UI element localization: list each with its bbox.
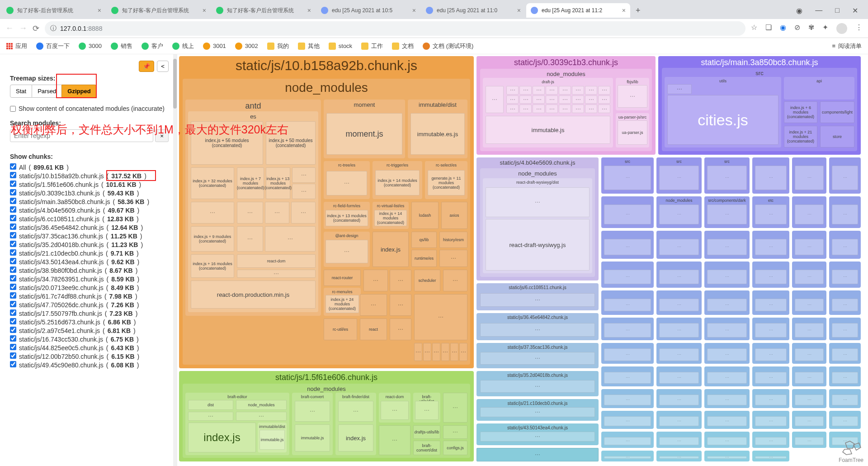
chunk-row[interactable]: static/js/47.705026dc.chunk.js (7.26 KB) [10,300,169,309]
treemap-cell[interactable]: ⋯ [792,432,826,448]
menu-icon[interactable]: ⋮ [855,23,863,34]
shield-icon[interactable]: ◉ [780,23,786,34]
treemap-cell[interactable]: ⋯ [752,290,789,315]
sidebar-scrollbar[interactable] [173,54,177,466]
treemap-cell[interactable]: ⋯ [656,432,702,448]
chunk-checkbox[interactable] [10,215,16,221]
tab-close-icon[interactable]: × [98,7,101,14]
treemap-cell[interactable]: ⋯ [601,290,654,315]
treemap-cell[interactable]: ⋯ [792,411,826,429]
chunk-checkbox[interactable] [10,266,16,273]
chunk-row[interactable]: static/js/1.5f61e606.chunk.js (101.61 KB… [10,180,169,189]
chunk-checkbox[interactable] [10,352,16,359]
treemap-cell[interactable]: ⋯ [704,262,750,288]
treemap-cell[interactable]: ⋯ [792,366,826,386]
back-button[interactable]: ← [5,24,14,33]
treemap-cell[interactable]: src⋯ [704,157,750,194]
chunk-row[interactable]: static/js/21.c10decb0.chunk.js (9.71 KB) [10,249,169,257]
treemap-cell[interactable]: ⋯ [601,411,654,429]
treemap-cell[interactable]: ⋯ [752,343,789,364]
treemap-cell[interactable]: ⋯ [792,290,826,315]
treemap-cell[interactable]: ⋯ [829,343,861,364]
treemap-cell[interactable]: ⋯ [704,389,750,408]
treemap-cell[interactable]: ⋯ [656,366,702,386]
chunk-checkbox[interactable] [10,361,16,367]
treemap-cell[interactable]: ⋯ [656,343,702,364]
treemap-cell[interactable]: ⋯ [601,318,654,340]
bookmark-item[interactable]: 其他 [298,42,320,50]
bookmark-item[interactable]: 3001 [203,43,226,50]
chunk-checkbox[interactable] [10,163,16,170]
tab-close-icon[interactable]: × [517,7,521,14]
treemap-cell[interactable]: ⋯ [601,389,654,408]
close-window-icon[interactable]: ✕ [852,6,858,15]
size-gzipped-button[interactable]: Gzipped [61,85,96,98]
treemap-cell[interactable]: ⋯ [704,451,750,461]
tab-close-icon[interactable]: × [412,7,416,14]
treemap-cell[interactable]: ⋯ [792,389,826,408]
apps-button[interactable]: 应用 [6,42,27,50]
star-icon[interactable]: ☆ [751,23,757,34]
treemap-cell[interactable]: ⋯ [704,343,750,364]
chunk-checkbox[interactable] [10,309,16,316]
chunk-checkbox[interactable] [10,344,16,350]
chunk-checkbox[interactable] [10,198,16,204]
address-bar[interactable]: ⓘ 127.0.0.1:8888 [45,21,745,36]
chunk-checkbox[interactable] [10,232,16,238]
chunk-checkbox[interactable] [10,249,16,256]
chunk-checkbox[interactable] [10,258,16,264]
treemap-cell[interactable]: ⋯ [601,343,654,364]
chunk-checkbox[interactable] [10,301,16,307]
treemap-cell[interactable]: ⋯ [752,157,789,194]
chunk-row[interactable]: static/js/4.b04e5609.chunk.js (49.67 KB) [10,206,169,214]
chunk-checkbox[interactable] [10,292,16,299]
treemap-cell[interactable]: ⋯ [829,196,861,228]
chunk-row[interactable]: static/js/0.3039c1b3.chunk.js (59.43 KB) [10,189,169,197]
paw-icon[interactable]: ✾ [808,23,814,34]
treemap-cell[interactable]: ⋯ [829,318,861,340]
extensions-icon[interactable]: ✦ [822,23,828,34]
browser-tab[interactable]: 知了好客-客户后台管理系统 × [212,3,316,18]
treemap-cell[interactable]: node_modules⋯ [656,196,702,228]
chunk-checkbox[interactable] [10,284,16,290]
chunk-checkbox[interactable] [10,275,16,281]
bookmark-item[interactable]: 客户 [142,42,163,50]
treemap-cell[interactable]: ⋯ [752,451,789,461]
browser-tab[interactable]: edu [25 Aug 2021 at 10:5 × [316,3,420,18]
treemap-cell[interactable]: ⋯ [752,318,789,340]
treemap-cell[interactable]: ⋯ [792,196,826,228]
size-stat-button[interactable]: Stat [10,85,32,98]
bookmark-item[interactable]: 工作 [361,42,383,50]
treemap[interactable]: static/js/10.b158a92b.chunk.js node_modu… [177,54,868,466]
treemap-cell[interactable]: ⋯ [704,432,750,448]
new-tab-button[interactable]: + [631,3,645,18]
treemap-cell[interactable]: ⋯ [829,389,861,408]
bookmark-item[interactable]: 3000 [79,43,102,50]
tracker-icon[interactable]: ⊘ [794,23,800,34]
treemap-cell[interactable]: ⋯ [752,389,789,408]
treemap-cell[interactable]: ⋯ [704,231,750,259]
bookmark-item[interactable]: 销售 [111,42,132,50]
size-parsed-button[interactable]: Parsed [32,85,61,98]
chunk-checkbox[interactable] [10,189,16,195]
bookmark-item[interactable]: 文档 (测试环境) [423,42,473,50]
treemap-cell[interactable]: ⋯ [704,290,750,315]
treemap-cell[interactable]: ⋯ [601,432,654,448]
show-concat-checkbox[interactable] [10,106,16,112]
treemap-cell[interactable]: ⋯ [829,157,861,194]
chunk-row[interactable]: static/js/36.45e64842.chunk.js (12.64 KB… [10,223,169,232]
chunk-row[interactable]: static/js/16.743cc530.chunk.js (6.75 KB) [10,335,169,343]
treemap-cell[interactable]: ⋯ [704,411,750,429]
chunk-row[interactable]: static/js/6.cc108511.chunk.js (12.83 KB) [10,214,169,223]
chunk-row[interactable]: static/js/49.45c90e80.chunk.js (6.08 KB) [10,361,169,369]
chunk-row[interactable]: static/js/17.550797fb.chunk.js (7.23 KB) [10,309,169,318]
show-concat-row[interactable]: Show content of concatenated modules (in… [10,105,169,112]
treemap-cell[interactable]: ⋯ [752,366,789,386]
tab-close-icon[interactable]: × [307,7,311,14]
chunk-checkbox[interactable] [10,223,16,230]
treemap-cell[interactable]: etc⋯ [752,196,789,228]
bookmark-item[interactable]: 3002 [235,43,258,50]
treemap-cell[interactable]: ⋯ [829,231,861,259]
treemap-cell[interactable]: ⋯ [704,318,750,340]
treemap-cell[interactable]: ⋯ [752,432,789,448]
